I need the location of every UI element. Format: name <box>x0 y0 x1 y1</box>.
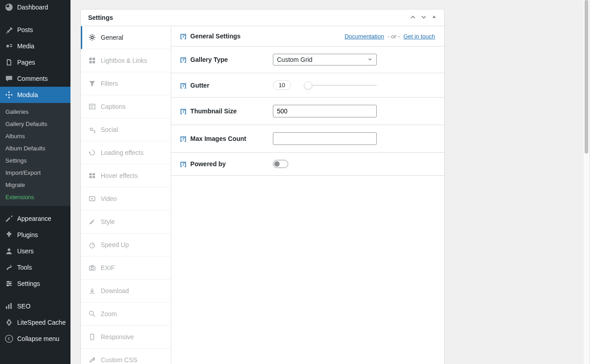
sidebar-item-plugins[interactable]: Plugins <box>0 227 70 243</box>
vtab-custom-css[interactable]: Custom CSS <box>81 349 171 364</box>
svg-rect-16 <box>93 61 95 63</box>
documentation-link[interactable]: Documentation <box>345 33 384 40</box>
panel-up-icon[interactable] <box>410 14 416 22</box>
sidebar-label: Settings <box>17 280 40 287</box>
svg-rect-20 <box>89 176 92 178</box>
field-label-text: Max Images Count <box>190 135 246 142</box>
gallery-type-select[interactable]: Custom Grid <box>273 54 377 65</box>
media-icon <box>5 42 14 51</box>
panel-collapse-icon[interactable] <box>431 14 437 22</box>
sidebar-sub-item-album-defaults[interactable]: Album Defaults <box>0 142 70 154</box>
thumbnail-size-input[interactable] <box>273 105 377 117</box>
settings-icon <box>5 279 14 288</box>
field-max-images: [?] Max Images Count <box>171 125 444 153</box>
panel-down-icon[interactable] <box>421 14 427 22</box>
admin-sidebar: Dashboard Posts Media Pages Comments Mod… <box>0 0 70 364</box>
panel-header-icons <box>410 14 437 22</box>
sidebar-item-comments[interactable]: Comments <box>0 70 70 87</box>
social-icon <box>88 126 96 134</box>
vtab-label: Custom CSS <box>101 356 137 364</box>
slider-thumb[interactable] <box>304 81 312 89</box>
help-badge[interactable]: [?] <box>180 82 186 89</box>
sidebar-sub-item-gallery-defaults[interactable]: Gallery Defaults <box>0 118 70 130</box>
vtab-label: Lightbox & Links <box>101 57 147 64</box>
sidebar-item-users[interactable]: Users <box>0 243 70 259</box>
field-label-text: Gutter <box>190 82 209 89</box>
or-separator: - or - <box>388 33 400 40</box>
sidebar-sub-item-albums[interactable]: Albums <box>0 130 70 142</box>
help-badge[interactable]: [?] <box>180 161 186 167</box>
sidebar-item-collapse[interactable]: Collapse menu <box>0 331 70 347</box>
vtab-download[interactable]: Download <box>81 280 171 303</box>
vtab-filters[interactable]: Filters <box>81 72 171 95</box>
sidebar-item-litespeed[interactable]: LiteSpeed Cache <box>0 314 70 331</box>
pin-icon <box>5 25 14 34</box>
plugins-icon <box>5 230 14 239</box>
max-images-input[interactable] <box>273 132 377 145</box>
svg-rect-13 <box>89 58 92 60</box>
sidebar-sub-item-settings[interactable]: Settings <box>0 154 70 167</box>
sidebar-sub-item-galleries[interactable]: Galleries <box>0 106 70 118</box>
css-icon <box>88 356 96 364</box>
sidebar-item-appearance[interactable]: Appearance <box>0 210 70 227</box>
scrollbar-thumb[interactable] <box>585 0 588 154</box>
help-badge[interactable]: [?] <box>180 135 186 142</box>
sidebar-item-tools[interactable]: Tools <box>0 259 70 275</box>
vtab-label: General <box>101 34 123 41</box>
svg-point-0 <box>6 45 9 47</box>
vtab-captions[interactable]: Captions <box>81 95 171 118</box>
svg-point-1 <box>8 248 10 251</box>
help-badge[interactable]: [?] <box>180 56 186 63</box>
sidebar-item-settings[interactable]: Settings <box>0 275 70 292</box>
sidebar-label: Tools <box>17 264 32 271</box>
sidebar-label: Appearance <box>17 215 52 222</box>
svg-point-26 <box>89 311 94 315</box>
vtab-label: EXIF <box>101 264 115 271</box>
sidebar-sub-item-extensions[interactable]: Extensions <box>0 191 70 203</box>
field-gallery-type: [?] Gallery Type Custom Grid <box>171 47 444 73</box>
vtab-label: Speed Up <box>101 241 129 248</box>
dashboard-icon <box>5 3 14 12</box>
vtab-speed-up[interactable]: Speed Up <box>81 233 171 257</box>
sidebar-label: Posts <box>17 26 33 33</box>
svg-rect-17 <box>89 104 95 109</box>
seo-icon <box>5 302 14 311</box>
panel-title: Settings <box>88 14 113 21</box>
sidebar-sub-item-import-export[interactable]: Import/Export <box>0 167 70 179</box>
svg-rect-9 <box>8 304 9 309</box>
vtab-general[interactable]: General <box>81 26 171 49</box>
comments-icon <box>5 74 14 83</box>
svg-point-23 <box>90 243 95 248</box>
help-badge[interactable]: [?] <box>180 108 186 114</box>
vtab-hover-effects[interactable]: Hover effects <box>81 164 171 187</box>
sidebar-item-modula[interactable]: Modula <box>0 87 70 103</box>
vtab-style[interactable]: Style <box>81 210 171 233</box>
sidebar-sub-item-migrate[interactable]: Migrate <box>0 179 70 191</box>
vtab-social[interactable]: Social <box>81 118 171 141</box>
tools-icon <box>5 263 14 272</box>
section-title: General Settings <box>190 33 240 40</box>
video-icon <box>88 195 96 203</box>
sidebar-item-dashboard[interactable]: Dashboard <box>0 0 70 15</box>
sidebar-item-pages[interactable]: Pages <box>0 54 70 70</box>
vertical-tabs: General Lightbox & Links Filters Caption… <box>81 26 171 364</box>
page-scrollbar[interactable] <box>584 0 589 364</box>
svg-rect-10 <box>10 303 12 309</box>
vtab-lightbox[interactable]: Lightbox & Links <box>81 49 171 72</box>
vtab-zoom[interactable]: Zoom <box>81 303 171 326</box>
sidebar-item-seo[interactable]: SEO <box>0 298 70 314</box>
style-icon <box>88 218 96 226</box>
vtab-loading-effects[interactable]: Loading effects <box>81 141 171 164</box>
gutter-value[interactable]: 10 <box>273 80 291 90</box>
help-badge[interactable]: [?] <box>180 33 186 39</box>
vtab-exif[interactable]: EXIF <box>81 257 171 280</box>
powered-by-toggle[interactable] <box>273 160 288 168</box>
gutter-slider[interactable] <box>304 85 377 86</box>
get-in-touch-link[interactable]: Get in touch <box>403 33 435 40</box>
vtab-video[interactable]: Video <box>81 187 171 210</box>
chevron-down-icon <box>367 56 373 63</box>
vtab-responsive[interactable]: Responsive <box>81 326 171 349</box>
gear-icon <box>88 33 96 42</box>
sidebar-item-media[interactable]: Media <box>0 38 70 54</box>
sidebar-item-posts[interactable]: Posts <box>0 22 70 38</box>
